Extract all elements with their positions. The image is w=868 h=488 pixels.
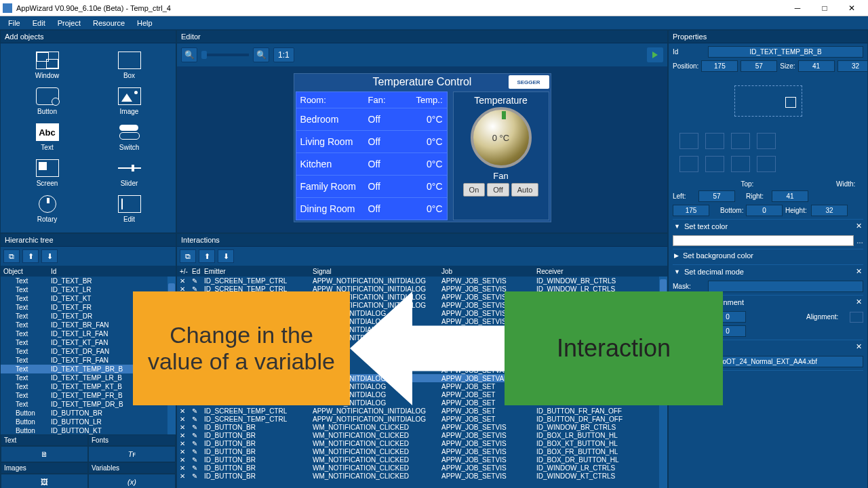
leftpos-input[interactable]: [673, 205, 709, 216]
object-slider[interactable]: Slider: [88, 157, 170, 190]
close-icon[interactable]: ✕: [856, 222, 862, 230]
close-icon[interactable]: ✕: [856, 267, 862, 276]
font-tool-icon[interactable]: Tꜰ: [88, 446, 176, 462]
object-rotary[interactable]: Rotary: [6, 192, 88, 226]
align-cell[interactable]: [731, 133, 750, 149]
zoom-ratio-button[interactable]: 1:1: [273, 47, 294, 62]
object-edit[interactable]: Edit: [88, 192, 170, 226]
object-window[interactable]: Window: [6, 49, 88, 82]
window-controls: ─ □ ✕: [784, 1, 865, 16]
interaction-row[interactable]: ✕✎ID_BUTTON_BRWM_NOTIFICATION_CLICKEDAPP…: [177, 439, 667, 447]
object-screen[interactable]: Screen: [6, 157, 88, 190]
interaction-row[interactable]: ✕✎ID_BUTTON_BRWM_NOTIFICATION_CLICKEDAPP…: [177, 464, 667, 472]
align-cell[interactable]: [731, 156, 750, 172]
object-text[interactable]: AbcText: [6, 121, 88, 154]
color-swatch[interactable]: [673, 235, 854, 246]
interaction-row[interactable]: ✕✎ID_BUTTON_BRWM_NOTIFICATION_CLICKEDAPP…: [177, 472, 667, 480]
menu-resource[interactable]: Resource: [87, 18, 130, 28]
down-button[interactable]: ⬇: [218, 249, 234, 263]
down-button[interactable]: ⬇: [41, 249, 58, 263]
align-cell[interactable]: [757, 133, 776, 149]
tree-row[interactable]: TextID_TEXT_BR: [1, 277, 176, 285]
height-input[interactable]: [811, 205, 848, 216]
object-box[interactable]: Box: [88, 49, 170, 82]
variable-tool-icon[interactable]: (x): [88, 474, 176, 488]
align-cell[interactable]: [705, 156, 724, 172]
object-button[interactable]: Button: [6, 85, 88, 118]
mask-input[interactable]: [708, 281, 863, 292]
text-tool-icon[interactable]: 🗎: [1, 446, 88, 462]
prop-size-label: Size:: [780, 62, 795, 70]
tree-row[interactable]: ButtonID_BUTTON_BR: [1, 409, 176, 418]
prop-id-input[interactable]: [708, 46, 863, 58]
up-button[interactable]: ⬆: [22, 249, 39, 263]
bottom-text-tab[interactable]: Text: [1, 434, 88, 446]
minimize-button[interactable]: ─: [784, 1, 811, 16]
tree-row[interactable]: ButtonID_BUTTON_LR: [1, 418, 176, 426]
zoom-in-button[interactable]: 🔍: [253, 47, 269, 62]
zoom-out-button[interactable]: 🔍: [181, 47, 197, 62]
bottom-fonts-tab[interactable]: Fonts: [88, 434, 176, 446]
interaction-row[interactable]: ✕✎ID_SCREEN_TEMP_CTRLAPPW_NOTIFICATION_I…: [177, 277, 667, 285]
editor-canvas[interactable]: Temperature Control SEGGER Room: Fan: Te…: [177, 66, 667, 232]
fan-auto-button[interactable]: Auto: [511, 183, 539, 197]
menu-edit[interactable]: Edit: [27, 18, 51, 28]
interaction-row[interactable]: ✕✎ID_BUTTON_BRWM_NOTIFICATION_CLICKEDAPP…: [177, 431, 667, 439]
left-input[interactable]: [698, 190, 735, 202]
titlebar: AppWizard V0.90e_6.10e (Beta) - Temp_ctr…: [0, 0, 868, 16]
fan-off-button[interactable]: Off: [487, 183, 509, 197]
interaction-row[interactable]: ✕✎ID_BUTTON_BRWM_NOTIFICATION_CLICKEDAPP…: [177, 447, 667, 455]
room-row[interactable]: Family RoomOff0°C: [296, 175, 447, 197]
int-c1: ✕: [180, 440, 192, 447]
prop-y-input[interactable]: [741, 60, 777, 72]
object-image[interactable]: Image: [88, 85, 170, 118]
play-button[interactable]: [647, 47, 663, 62]
menu-project[interactable]: Project: [52, 18, 86, 28]
anchor-diagram[interactable]: [673, 77, 863, 125]
copy-button[interactable]: ⧉: [3, 249, 20, 263]
menu-file[interactable]: File: [3, 18, 26, 28]
room-row[interactable]: KitchenOff0°C: [296, 152, 447, 175]
maximize-button[interactable]: □: [811, 1, 838, 16]
object-switch[interactable]: Switch: [88, 121, 170, 154]
sec-bgcolor[interactable]: ▶ Set background color: [673, 249, 863, 262]
rotary-knob[interactable]: 0 °C: [471, 107, 532, 168]
align-picker[interactable]: [850, 312, 863, 323]
bottom-variables-tab[interactable]: Variables: [88, 462, 176, 474]
prop-h-input[interactable]: [837, 60, 867, 72]
zoom-slider[interactable]: [201, 54, 249, 56]
align-cell[interactable]: [757, 156, 776, 172]
up-button[interactable]: ⬆: [199, 249, 215, 263]
right-input[interactable]: [772, 190, 808, 202]
interaction-row[interactable]: ✕✎ID_BUTTON_BRWM_NOTIFICATION_CLICKEDAPP…: [177, 455, 667, 464]
sec-decimal[interactable]: ▼ Set decimal mode ✕: [673, 264, 863, 278]
align-cell[interactable]: [679, 156, 698, 172]
interaction-row[interactable]: ✕✎ID_BUTTON_BRWM_NOTIFICATION_CLICKEDAPP…: [177, 423, 667, 431]
fan-on-button[interactable]: On: [463, 183, 486, 197]
int-c5: APPW_JOB_SETVIS: [441, 472, 536, 480]
room-row[interactable]: BedroomOff0°C: [296, 108, 447, 130]
interaction-row[interactable]: ✕✎ID_SCREEN_TEMP_CTRLAPPW_NOTIFICATION_I…: [177, 407, 667, 415]
tree-obj: Button: [3, 418, 51, 426]
sec-textcolor[interactable]: ▼ Set text color ✕: [673, 219, 863, 232]
close-icon[interactable]: ✕: [856, 342, 862, 351]
int-c6: ID_BOX_FR_BUTTON_HL: [536, 448, 665, 455]
ellipsis-icon[interactable]: …: [856, 237, 863, 245]
window-title: AppWizard V0.90e_6.10e (Beta) - Temp_ctr…: [16, 4, 784, 12]
room-row[interactable]: Dining RoomOff0°C: [296, 197, 447, 220]
bottom-input[interactable]: [746, 205, 783, 216]
tree-row[interactable]: ButtonID_BUTTON_KT: [1, 426, 176, 434]
bottom-images-tab[interactable]: Images: [1, 462, 88, 474]
align-cell[interactable]: [679, 133, 698, 149]
room-row[interactable]: Living RoomOff0°C: [296, 130, 447, 152]
prop-x-input[interactable]: [701, 60, 738, 72]
copy-button[interactable]: ⧉: [180, 249, 196, 263]
menu-help[interactable]: Help: [132, 18, 158, 28]
int-c5: APPW_JOB_SETVIS: [441, 456, 536, 464]
close-icon[interactable]: ✕: [856, 298, 862, 306]
close-button[interactable]: ✕: [838, 1, 865, 16]
interaction-row[interactable]: ✕✎ID_SCREEN_TEMP_CTRLAPPW_NOTIFICATION_I…: [177, 415, 667, 423]
image-tool-icon[interactable]: 🖼: [1, 474, 88, 488]
align-cell[interactable]: [705, 133, 724, 149]
prop-w-input[interactable]: [798, 60, 835, 72]
